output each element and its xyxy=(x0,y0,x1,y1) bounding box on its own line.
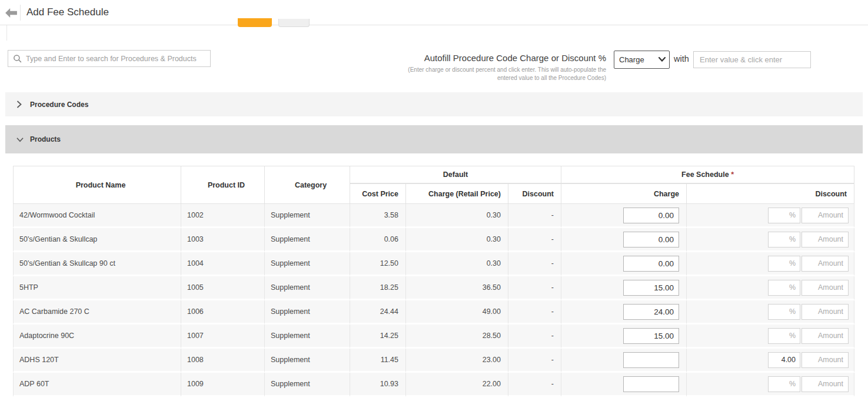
discount-amount-input[interactable] xyxy=(802,208,849,223)
fee-charge-input[interactable] xyxy=(623,256,679,272)
product-name-cell: 50's/Gentian & Skullcap 90 ct xyxy=(13,252,181,276)
autofill-type-select[interactable]: Charge xyxy=(614,51,670,69)
col-header-product-id: Product ID xyxy=(181,166,265,204)
col-header-fs-discount: Discount xyxy=(687,183,854,204)
page-title: Add Fee Schedule xyxy=(26,6,109,18)
discount-percent-input[interactable] xyxy=(768,328,800,344)
discount-percent-input[interactable] xyxy=(768,304,800,320)
discount-amount-input[interactable] xyxy=(802,328,849,344)
col-header-product-name: Product Name xyxy=(13,166,181,204)
retail-price-cell: 22.00 xyxy=(406,373,508,397)
product-id-cell: 1007 xyxy=(181,325,265,349)
default-discount-cell: - xyxy=(508,300,561,325)
search-box xyxy=(8,50,211,67)
panel-left-edge xyxy=(6,25,7,41)
cost-price-cell: 11.45 xyxy=(350,349,406,373)
product-id-cell: 1006 xyxy=(181,300,265,325)
discount-amount-input[interactable] xyxy=(802,304,849,320)
autofill-value-input[interactable] xyxy=(693,51,811,68)
product-name-cell: ADHS 120T xyxy=(13,349,181,373)
table-row: 50's/Gentian & Skullcap 1003 Supplement … xyxy=(13,228,854,252)
table-row: 50's/Gentian & Skullcap 90 ct 1004 Suppl… xyxy=(13,252,854,276)
col-group-fee-schedule: Fee Schedule * xyxy=(561,166,854,183)
fee-charge-input[interactable] xyxy=(623,352,679,368)
cost-price-cell: 3.58 xyxy=(350,204,406,228)
product-name-cell: AC Carbamide 270 C xyxy=(13,300,181,325)
cost-price-cell: 14.25 xyxy=(350,325,406,349)
col-header-fs-charge: Charge xyxy=(561,183,687,204)
search-icon xyxy=(13,54,22,63)
search-input[interactable] xyxy=(26,55,205,63)
section-products[interactable]: Products xyxy=(5,125,863,153)
retail-price-cell: 0.30 xyxy=(406,228,508,252)
product-name-cell: 5HTP xyxy=(13,276,181,300)
fee-charge-input[interactable] xyxy=(623,232,679,248)
chevron-right-icon xyxy=(16,101,24,108)
fee-charge-input[interactable] xyxy=(623,304,679,320)
app-header: Add Fee Schedule xyxy=(0,0,868,25)
with-label: with xyxy=(674,54,689,63)
fee-charge-input[interactable] xyxy=(623,208,679,223)
col-header-default-discount: Discount xyxy=(508,183,561,204)
products-table: Product Name Product ID Category Default… xyxy=(13,166,854,397)
table-row: AC Carbamide 270 C 1006 Supplement 24.44… xyxy=(13,300,854,325)
discount-amount-input[interactable] xyxy=(802,280,849,296)
fee-charge-input[interactable] xyxy=(623,328,679,344)
section-procedure-codes[interactable]: Procedure Codes xyxy=(5,92,863,116)
cost-price-cell: 18.25 xyxy=(350,276,406,300)
default-discount-cell: - xyxy=(508,204,561,228)
col-group-default: Default xyxy=(350,166,561,183)
default-discount-cell: - xyxy=(508,228,561,252)
back-button[interactable] xyxy=(5,8,18,18)
cost-price-cell: 10.93 xyxy=(350,373,406,397)
default-discount-cell: - xyxy=(508,349,561,373)
discount-percent-input[interactable] xyxy=(768,208,800,223)
col-header-retail-price: Charge (Retail Price) xyxy=(406,183,508,204)
discount-amount-input[interactable] xyxy=(802,352,849,368)
discount-amount-input[interactable] xyxy=(802,376,849,392)
table-row: 5HTP 1005 Supplement 18.25 36.50 - xyxy=(13,276,854,300)
discount-percent-input[interactable] xyxy=(768,376,800,392)
product-name-cell: 42/Wormwood Cocktail xyxy=(13,204,181,228)
product-name-cell: 50's/Gentian & Skullcap xyxy=(13,228,181,252)
product-id-cell: 1005 xyxy=(181,276,265,300)
toggle-tab-inactive[interactable] xyxy=(278,19,310,27)
category-cell: Supplement xyxy=(265,228,350,252)
category-cell: Supplement xyxy=(265,300,350,325)
fee-charge-input[interactable] xyxy=(623,280,679,296)
discount-percent-input[interactable] xyxy=(768,280,800,296)
category-cell: Supplement xyxy=(265,204,350,228)
product-id-cell: 1002 xyxy=(181,204,265,228)
retail-price-cell: 0.30 xyxy=(406,252,508,276)
default-discount-cell: - xyxy=(508,373,561,397)
product-id-cell: 1008 xyxy=(181,349,265,373)
arrow-left-icon xyxy=(5,8,18,18)
toggle-tab-active[interactable] xyxy=(238,18,272,27)
category-cell: Supplement xyxy=(265,349,350,373)
required-mark: * xyxy=(731,170,734,179)
retail-price-cell: 0.30 xyxy=(406,204,508,228)
category-cell: Supplement xyxy=(265,325,350,349)
header-divider xyxy=(20,5,21,21)
default-discount-cell: - xyxy=(508,276,561,300)
default-discount-cell: - xyxy=(508,325,561,349)
chevron-down-icon xyxy=(16,137,24,142)
fee-charge-input[interactable] xyxy=(623,376,679,392)
section-label-procedure-codes: Procedure Codes xyxy=(30,101,88,109)
table-row: ADP 60T 1009 Supplement 10.93 22.00 - xyxy=(13,373,854,397)
discount-percent-input[interactable] xyxy=(768,256,800,272)
discount-amount-input[interactable] xyxy=(802,232,849,248)
category-cell: Supplement xyxy=(265,373,350,397)
autofill-type-select-wrap: Charge xyxy=(614,51,670,69)
product-id-cell: 1003 xyxy=(181,228,265,252)
product-id-cell: 1004 xyxy=(181,252,265,276)
discount-percent-input[interactable] xyxy=(768,232,800,248)
discount-amount-input[interactable] xyxy=(802,256,849,272)
section-label-products: Products xyxy=(30,135,61,143)
category-cell: Supplement xyxy=(265,252,350,276)
retail-price-cell: 23.00 xyxy=(406,349,508,373)
fee-schedule-group-label: Fee Schedule xyxy=(681,170,729,179)
cost-price-cell: 24.44 xyxy=(350,300,406,325)
retail-price-cell: 36.50 xyxy=(406,276,508,300)
discount-percent-input[interactable] xyxy=(768,352,800,368)
